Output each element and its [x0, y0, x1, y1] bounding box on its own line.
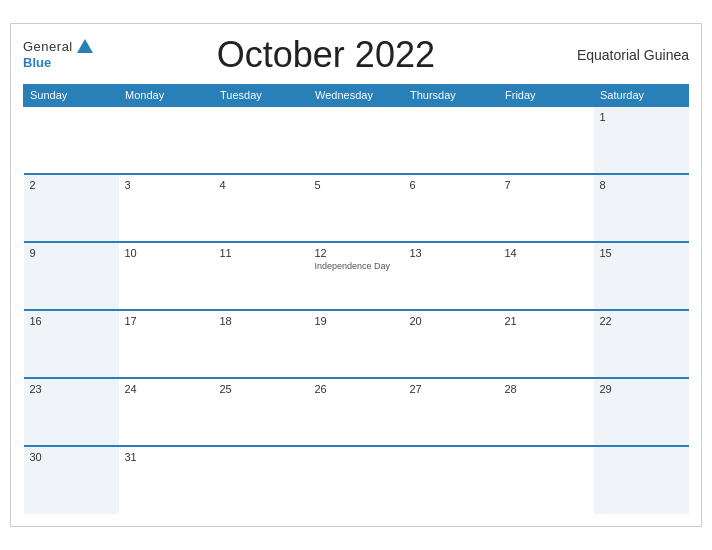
day-number: 25: [220, 383, 303, 395]
calendar-cell: 26: [309, 378, 404, 446]
calendar-week-3: 16171819202122: [24, 310, 689, 378]
calendar-cell: 14: [499, 242, 594, 310]
calendar-cell: 17: [119, 310, 214, 378]
calendar-cell: 8: [594, 174, 689, 242]
calendar-week-1: 2345678: [24, 174, 689, 242]
day-number: 7: [505, 179, 588, 191]
day-number: 11: [220, 247, 303, 259]
calendar-week-2: 9101112Independence Day131415: [24, 242, 689, 310]
calendar-cell: 6: [404, 174, 499, 242]
calendar-cell: 18: [214, 310, 309, 378]
calendar-cell: 3: [119, 174, 214, 242]
calendar-cell: [499, 446, 594, 514]
event-label: Independence Day: [315, 261, 398, 272]
calendar-cell: 27: [404, 378, 499, 446]
day-number: 3: [125, 179, 208, 191]
calendar-cell: 13: [404, 242, 499, 310]
day-number: 6: [410, 179, 493, 191]
calendar-cell: 28: [499, 378, 594, 446]
calendar-cell: 15: [594, 242, 689, 310]
calendar-cell: 11: [214, 242, 309, 310]
calendar-cell: [594, 446, 689, 514]
calendar-cell: [24, 106, 119, 174]
calendar-cell: 4: [214, 174, 309, 242]
calendar-cell: 1: [594, 106, 689, 174]
calendar-grid: Sunday Monday Tuesday Wednesday Thursday…: [23, 84, 689, 514]
day-number: 15: [600, 247, 683, 259]
logo: General Blue: [23, 39, 93, 71]
calendar-week-0: 1: [24, 106, 689, 174]
day-number: 26: [315, 383, 398, 395]
day-number: 5: [315, 179, 398, 191]
day-number: 22: [600, 315, 683, 327]
calendar-cell: 5: [309, 174, 404, 242]
col-monday: Monday: [119, 85, 214, 107]
day-number: 24: [125, 383, 208, 395]
calendar-cell: [309, 106, 404, 174]
day-number: 14: [505, 247, 588, 259]
calendar-container: General Blue October 2022 Equatorial Gui…: [10, 23, 702, 527]
calendar-cell: 2: [24, 174, 119, 242]
day-number: 8: [600, 179, 683, 191]
calendar-cell: [119, 106, 214, 174]
calendar-cell: 7: [499, 174, 594, 242]
calendar-cell: 31: [119, 446, 214, 514]
calendar-cell: 29: [594, 378, 689, 446]
col-saturday: Saturday: [594, 85, 689, 107]
logo-general-text: General: [23, 39, 73, 55]
calendar-cell: [214, 106, 309, 174]
calendar-cell: 10: [119, 242, 214, 310]
day-number: 28: [505, 383, 588, 395]
day-number: 10: [125, 247, 208, 259]
col-sunday: Sunday: [24, 85, 119, 107]
day-number: 18: [220, 315, 303, 327]
calendar-cell: 20: [404, 310, 499, 378]
logo-triangle-icon: [77, 39, 93, 53]
calendar-cell: 25: [214, 378, 309, 446]
day-number: 29: [600, 383, 683, 395]
day-number: 9: [30, 247, 113, 259]
day-number: 17: [125, 315, 208, 327]
day-number: 1: [600, 111, 683, 123]
day-number: 20: [410, 315, 493, 327]
day-number: 19: [315, 315, 398, 327]
calendar-cell: 16: [24, 310, 119, 378]
logo-blue-text: Blue: [23, 55, 51, 71]
calendar-cell: 24: [119, 378, 214, 446]
day-number: 4: [220, 179, 303, 191]
day-number: 16: [30, 315, 113, 327]
col-thursday: Thursday: [404, 85, 499, 107]
day-number: 31: [125, 451, 208, 463]
calendar-header-row: Sunday Monday Tuesday Wednesday Thursday…: [24, 85, 689, 107]
day-number: 12: [315, 247, 398, 259]
col-tuesday: Tuesday: [214, 85, 309, 107]
col-friday: Friday: [499, 85, 594, 107]
calendar-cell: 12Independence Day: [309, 242, 404, 310]
day-number: 2: [30, 179, 113, 191]
day-number: 21: [505, 315, 588, 327]
day-number: 30: [30, 451, 113, 463]
calendar-week-4: 23242526272829: [24, 378, 689, 446]
calendar-cell: 30: [24, 446, 119, 514]
calendar-cell: [499, 106, 594, 174]
calendar-cell: [404, 106, 499, 174]
calendar-week-5: 3031: [24, 446, 689, 514]
calendar-cell: 21: [499, 310, 594, 378]
col-wednesday: Wednesday: [309, 85, 404, 107]
calendar-cell: [404, 446, 499, 514]
day-number: 23: [30, 383, 113, 395]
calendar-cell: 23: [24, 378, 119, 446]
calendar-title: October 2022: [217, 34, 435, 76]
calendar-cell: 9: [24, 242, 119, 310]
day-number: 13: [410, 247, 493, 259]
calendar-header: General Blue October 2022 Equatorial Gui…: [23, 34, 689, 76]
day-number: 27: [410, 383, 493, 395]
calendar-country: Equatorial Guinea: [559, 47, 689, 63]
calendar-cell: 22: [594, 310, 689, 378]
calendar-cell: 19: [309, 310, 404, 378]
calendar-cell: [309, 446, 404, 514]
calendar-cell: [214, 446, 309, 514]
